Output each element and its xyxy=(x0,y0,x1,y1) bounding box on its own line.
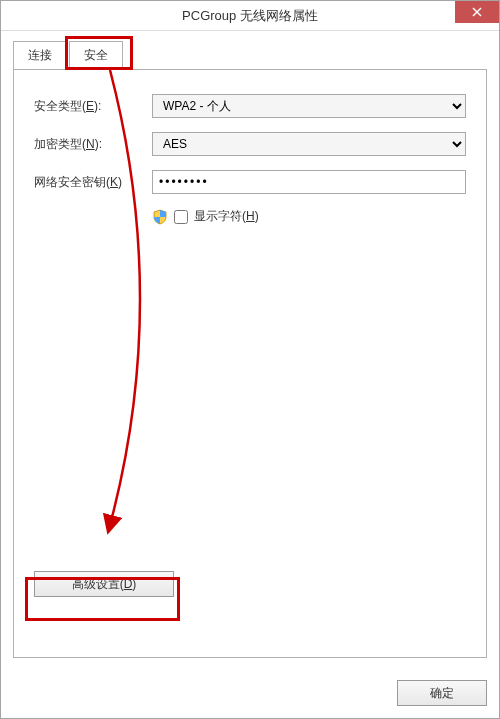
titlebar: PCGroup 无线网络属性 xyxy=(1,1,499,31)
close-icon xyxy=(472,7,482,17)
shield-icon xyxy=(152,209,168,225)
row-show-chars: 显示字符(H) xyxy=(152,208,466,225)
row-network-key: 网络安全密钥(K) xyxy=(34,170,466,194)
ok-button[interactable]: 确定 xyxy=(397,680,487,706)
select-security-type[interactable]: WPA2 - 个人 xyxy=(152,94,466,118)
close-button[interactable] xyxy=(455,1,499,23)
label-show-chars: 显示字符(H) xyxy=(194,208,259,225)
label-network-key: 网络安全密钥(K) xyxy=(34,174,152,191)
checkbox-show-chars[interactable] xyxy=(174,210,188,224)
tab-connect[interactable]: 连接 xyxy=(13,41,67,70)
label-encryption-type: 加密类型(N): xyxy=(34,136,152,153)
dialog-window: PCGroup 无线网络属性 连接 安全 安全类型(E): WPA2 - 个人 xyxy=(0,0,500,719)
input-network-key[interactable] xyxy=(152,170,466,194)
select-encryption-type[interactable]: AES xyxy=(152,132,466,156)
window-title: PCGroup 无线网络属性 xyxy=(182,7,318,25)
dialog-button-row: 确定 xyxy=(1,670,499,718)
label-security-type: 安全类型(E): xyxy=(34,98,152,115)
tabstrip: 连接 安全 xyxy=(13,41,487,70)
security-tab-panel: 安全类型(E): WPA2 - 个人 加密类型(N): AES 网络安全密钥(K… xyxy=(13,69,487,658)
tab-security[interactable]: 安全 xyxy=(69,41,123,70)
content-area: 连接 安全 安全类型(E): WPA2 - 个人 加密类型(N): AES xyxy=(1,31,499,670)
row-encryption-type: 加密类型(N): AES xyxy=(34,132,466,156)
advanced-settings-button[interactable]: 高级设置(D) xyxy=(34,571,174,597)
row-security-type: 安全类型(E): WPA2 - 个人 xyxy=(34,94,466,118)
